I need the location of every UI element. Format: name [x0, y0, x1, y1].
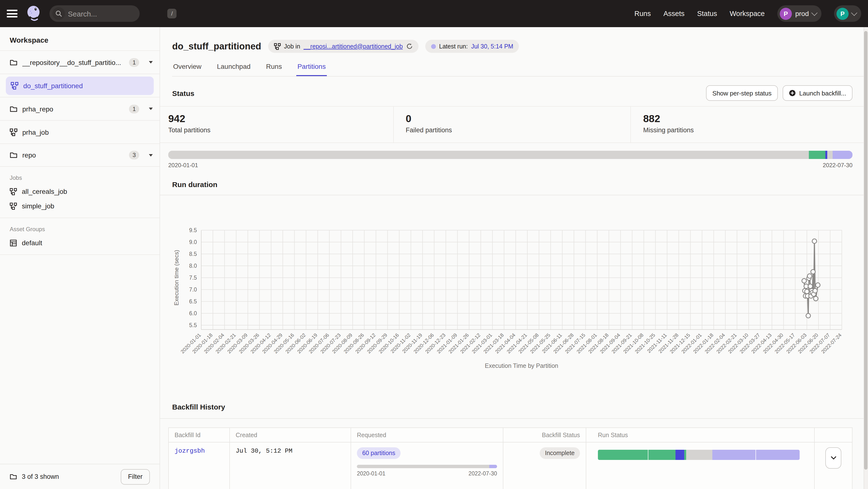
repo-location-link[interactable]: __reposi...artitioned@partitioned_job [304, 43, 403, 50]
page-header: do_stuff_partitioned Job in __reposi...a… [160, 27, 868, 53]
job-icon [10, 188, 17, 195]
page-title: do_stuff_partitioned [172, 41, 261, 52]
chevron-down-icon[interactable] [149, 107, 153, 110]
job-tabs: Overview Launchpad Runs Partitions [172, 60, 868, 76]
show-per-step-status-button[interactable]: Show per-step status [706, 85, 778, 101]
requested-partitions-link[interactable]: 60 partitions [357, 447, 401, 459]
tab-overview[interactable]: Overview [172, 60, 203, 76]
backfill-status-badge: Incomplete [540, 447, 580, 459]
stat-value: 942 [168, 112, 393, 125]
col-created: Created [229, 428, 350, 442]
partition-status-bar[interactable] [168, 151, 852, 159]
sidebar-footer: 3 of 3 shown Filter [0, 464, 159, 489]
svg-text:8.0: 8.0 [189, 263, 197, 269]
folder-icon [10, 58, 18, 66]
stat-total-partitions: 942 Total partitions [160, 107, 393, 142]
sidebar-repo-row[interactable]: __repository__do_stuff_partitio... 1 [0, 51, 159, 74]
launch-backfill-button[interactable]: Launch backfill... [783, 85, 852, 101]
repo-count-badge: 3 [129, 151, 139, 159]
top-nav-links: Runs Assets Status Workspace P prod P [634, 5, 861, 22]
nav-assets[interactable]: Assets [663, 10, 684, 18]
stat-failed-partitions: 0 Failed partitions [393, 107, 630, 142]
refresh-icon[interactable] [406, 43, 412, 50]
svg-text:Execution time (secs): Execution time (secs) [173, 250, 180, 305]
job-icon [10, 128, 18, 136]
vertical-scrollbar[interactable] [864, 27, 868, 489]
folder-icon [10, 473, 17, 480]
top-navigation-bar: / Runs Assets Status Workspace P prod P [0, 0, 868, 27]
execution-time-chart: 9.59.08.58.07.57.06.56.05.52020-01-01202… [160, 195, 868, 383]
job-label: do_stuff_partitioned [23, 82, 83, 90]
job-location-pill: Job in __reposi...artitioned@partitioned… [268, 40, 418, 53]
partition-stats: 942 Total partitions 0 Failed partitions… [160, 106, 868, 143]
menu-icon[interactable] [6, 9, 19, 19]
search-icon [52, 7, 65, 20]
sidebar-repo-row[interactable]: repo 3 [0, 143, 159, 167]
backfill-history-title: Backfill History [172, 403, 225, 411]
requested-range-end: 2022-07-30 [468, 470, 497, 477]
partition-range-start: 2020-01-01 [168, 162, 198, 169]
stat-value: 0 [406, 112, 630, 125]
backfill-history-table: Backfill Id Created Requested Backfill S… [168, 427, 852, 489]
folder-icon [10, 151, 18, 159]
deployment-name: prod [795, 10, 809, 18]
chevron-down-icon[interactable] [149, 61, 153, 64]
run-status-dot [431, 44, 436, 49]
requested-partitions-bar [357, 465, 497, 468]
nav-status[interactable]: Status [697, 10, 717, 18]
section-divider [0, 250, 159, 255]
scrollbar-thumb[interactable] [864, 31, 868, 469]
job-icon [11, 82, 19, 90]
dagster-octopus-icon [25, 5, 43, 22]
global-search: / [50, 5, 140, 22]
stat-label: Total partitions [168, 127, 393, 134]
sidebar-item-default-group[interactable]: default [0, 235, 159, 250]
chevron-down-icon[interactable] [149, 154, 153, 156]
run-duration-title: Run duration [172, 180, 217, 189]
latest-run-pill: Latest run: Jul 30, 5:14 PM [425, 40, 519, 53]
nav-workspace[interactable]: Workspace [730, 10, 765, 18]
section-divider [0, 213, 159, 218]
run-status-bar[interactable] [598, 450, 800, 460]
repo-count-badge: 1 [129, 104, 139, 113]
job-icon [10, 202, 17, 209]
plus-circle-icon [789, 90, 796, 96]
expand-row-button[interactable] [825, 447, 841, 469]
latest-run-link[interactable]: Jul 30, 5:14 PM [471, 43, 513, 50]
dagster-logo[interactable] [25, 5, 43, 22]
repos-shown-count: 3 of 3 shown [22, 473, 59, 480]
job-icon [274, 43, 281, 50]
col-run-status: Run Status [586, 428, 814, 442]
svg-text:6.5: 6.5 [189, 298, 197, 304]
svg-text:7.0: 7.0 [189, 286, 197, 293]
job-label: simple_job [22, 202, 54, 210]
repo-label: prha_repo [22, 105, 124, 113]
tab-runs[interactable]: Runs [265, 60, 283, 76]
sidebar-item-all-cereals-job[interactable]: all_cereals_job [0, 184, 159, 199]
svg-text:7.5: 7.5 [189, 274, 197, 281]
nav-runs[interactable]: Runs [634, 10, 651, 18]
run-duration-chart[interactable]: 9.59.08.58.07.57.06.56.05.52020-01-01202… [160, 195, 868, 383]
repo-label: __repository__do_stuff_partitio... [22, 58, 124, 66]
repo-label: repo [22, 151, 124, 159]
sidebar-job-row-selected[interactable]: do_stuff_partitioned [0, 74, 159, 97]
filter-button[interactable]: Filter [121, 469, 150, 484]
deployment-switcher[interactable]: P prod [777, 5, 822, 22]
backfill-id-link[interactable]: jozrgsbh [175, 447, 205, 455]
folder-icon [10, 105, 18, 113]
jobs-section-title: Jobs [0, 167, 159, 184]
sidebar-repo-row[interactable]: prha_repo 1 [0, 97, 159, 120]
partition-status-bar-block: 2020-01-01 2022-07-30 [160, 143, 868, 169]
tab-partitions[interactable]: Partitions [297, 60, 327, 76]
user-menu[interactable]: P [834, 5, 861, 22]
sidebar-item-simple-job[interactable]: simple_job [0, 199, 159, 213]
search-input[interactable] [65, 9, 167, 18]
status-title: Status [172, 89, 194, 97]
workspace-sidebar: Workspace __repository__do_stuff_partiti… [0, 27, 160, 489]
sidebar-job-row[interactable]: prha_job [0, 120, 159, 143]
asset-groups-section-title: Asset Groups [0, 218, 159, 235]
status-section-header: Status Show per-step status Launch backf… [160, 76, 868, 101]
col-backfill-id: Backfill Id [169, 428, 229, 442]
tab-launchpad[interactable]: Launchpad [216, 60, 252, 76]
user-avatar: P [836, 7, 848, 20]
